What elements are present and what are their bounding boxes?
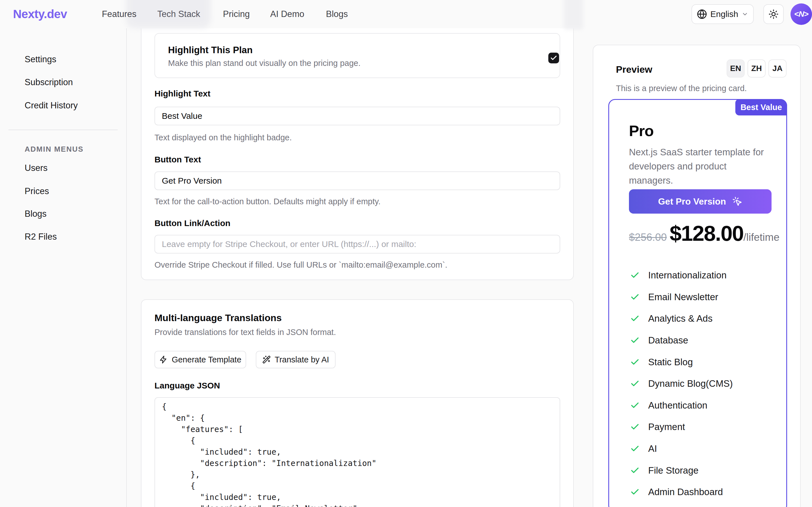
check-icon: [630, 271, 640, 280]
feature-item: AI: [609, 438, 788, 460]
sidebar-item-settings[interactable]: Settings: [24, 54, 56, 64]
feature-item: Static Blog: [609, 351, 788, 373]
sidebar-item-subscription[interactable]: Subscription: [24, 77, 73, 88]
preview-panel: Preview EN ZH JA This is a preview of th…: [593, 45, 801, 507]
language-json-code: { "en": { "features": [ { "included": tr…: [155, 398, 560, 507]
cursor-click-icon: [732, 196, 742, 207]
feature-item: File Storage: [609, 459, 788, 481]
globe-icon: [697, 9, 707, 19]
sidebar-item-r2-files[interactable]: R2 Files: [24, 232, 57, 242]
preview-title: Preview: [616, 64, 652, 75]
check-icon: [630, 487, 640, 497]
feature-item: Analytics & Ads: [609, 308, 788, 330]
button-text-label: Button Text: [155, 155, 201, 164]
translate-by-ai-label: Translate by AI: [275, 355, 329, 364]
sidebar-admin-heading: ADMIN MENUS: [24, 145, 83, 154]
get-pro-version-button[interactable]: Get Pro Version: [629, 189, 771, 214]
highlight-plan-checkbox[interactable]: [548, 53, 559, 63]
feature-item: Admin Dashboard: [609, 481, 788, 503]
plan-name: Pro: [629, 122, 653, 139]
feature-item: Database: [609, 330, 788, 351]
user-avatar[interactable]: <N>: [791, 3, 812, 25]
preview-subtitle: This is a preview of the pricing card.: [616, 84, 747, 93]
nav-item-blogs[interactable]: Blogs: [326, 9, 348, 19]
feature-item: Authentication: [609, 395, 788, 416]
feature-list: Internationalization Email Newsletter An…: [609, 265, 788, 507]
translate-by-ai-button[interactable]: Translate by AI: [256, 351, 336, 369]
nav-item-ai-demo[interactable]: AI Demo: [270, 9, 304, 19]
preview-lang-ja[interactable]: JA: [768, 59, 787, 77]
check-icon: [630, 466, 640, 475]
price-row: $256.00 $128.00 /lifetime: [629, 221, 779, 245]
button-link-helper: Override Stripe Checkout if filled. Use …: [155, 260, 447, 270]
cta-label: Get Pro Version: [658, 196, 726, 207]
sidebar-item-credit-history[interactable]: Credit History: [24, 101, 78, 111]
highlight-plan-row: [155, 33, 560, 78]
preview-lang-zh[interactable]: ZH: [748, 59, 766, 77]
check-icon: [630, 336, 640, 345]
button-text-input[interactable]: [155, 171, 560, 190]
check-icon: [630, 401, 640, 410]
check-icon: [630, 444, 640, 454]
button-link-label: Button Link/Action: [155, 218, 230, 228]
highlight-text-input[interactable]: [155, 107, 560, 125]
sidebar-divider: [126, 28, 127, 507]
wand-sparkles-icon: [262, 355, 271, 364]
lightning-icon: [159, 355, 168, 364]
preview-lang-en[interactable]: EN: [727, 59, 745, 77]
check-icon: [630, 314, 640, 323]
highlight-badge: Best Value: [735, 99, 787, 115]
check-icon: [630, 292, 640, 302]
feature-item: Payment: [609, 416, 788, 438]
language-label: English: [710, 9, 738, 19]
pricing-card-preview: Best Value Pro Next.js SaaS starter temp…: [608, 99, 787, 507]
original-price: $256.00: [629, 231, 667, 243]
highlight-text-label: Highlight Text: [155, 89, 211, 99]
sun-icon: [768, 9, 778, 19]
check-icon: [630, 422, 640, 432]
theme-toggle-button[interactable]: [763, 4, 784, 24]
sidebar-item-blogs[interactable]: Blogs: [24, 209, 47, 219]
button-text-helper: Text for the call-to-action button. Defa…: [155, 197, 381, 206]
language-selector[interactable]: English: [691, 4, 754, 24]
chevron-down-icon: [742, 11, 748, 17]
plan-description: Next.js SaaS starter template for develo…: [629, 145, 770, 187]
nav-item-tech-stack[interactable]: Tech Stack: [157, 9, 200, 19]
highlight-plan-description: Make this plan stand out visually on the…: [168, 59, 360, 68]
avatar-initials: <N>: [794, 10, 808, 19]
sidebar-section-divider: [8, 129, 118, 130]
check-icon: [630, 379, 640, 388]
sidebar-item-users[interactable]: Users: [24, 163, 48, 173]
check-icon: [630, 357, 640, 367]
current-price: $128.00: [670, 221, 744, 245]
translations-title: Multi-language Translations: [155, 313, 282, 323]
feature-item: Lifetime license: [609, 503, 788, 507]
scroll-backdrop: [564, 0, 583, 30]
nav-item-features[interactable]: Features: [102, 9, 136, 19]
price-suffix: /lifetime: [743, 231, 779, 243]
check-icon: [550, 54, 557, 62]
button-link-input[interactable]: [155, 235, 560, 253]
feature-item: Email Newsletter: [609, 286, 788, 308]
nav-item-pricing[interactable]: Pricing: [223, 9, 250, 19]
language-json-textarea[interactable]: { "en": { "features": [ { "included": tr…: [155, 397, 560, 507]
app-logo[interactable]: Nexty.dev: [13, 7, 67, 21]
generate-template-button[interactable]: Generate Template: [155, 351, 246, 369]
generate-template-label: Generate Template: [172, 355, 241, 364]
feature-item: Internationalization: [609, 265, 788, 286]
highlight-text-helper: Text displayed on the highlight badge.: [155, 133, 292, 142]
highlight-plan-title: Highlight This Plan: [168, 45, 253, 55]
feature-item: Dynamic Blog(CMS): [609, 373, 788, 395]
language-json-label: Language JSON: [155, 381, 220, 390]
translations-subtitle: Provide translations for text fields in …: [155, 328, 336, 337]
sidebar-item-prices[interactable]: Prices: [24, 186, 49, 196]
